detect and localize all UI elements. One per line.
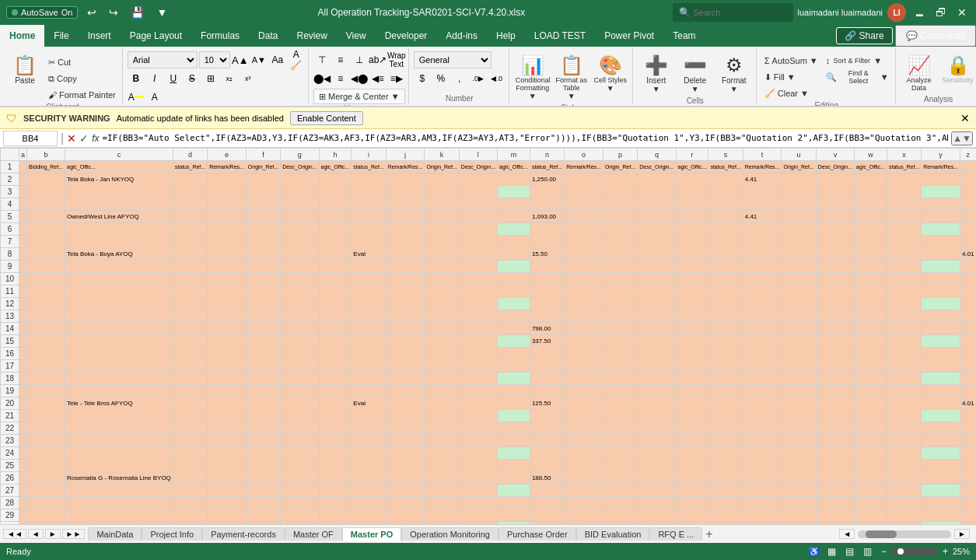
cell-21-20[interactable]	[782, 410, 816, 422]
cell-1k[interactable]: Origin_Ref...	[425, 161, 459, 173]
cell-1b[interactable]: Bidding_Ref...	[27, 161, 65, 173]
cell-11-6[interactable]	[281, 285, 319, 298]
cell-11-25[interactable]	[960, 285, 976, 298]
cell-21-5[interactable]	[246, 410, 280, 422]
cell-29-22[interactable]	[855, 509, 887, 522]
cell-1i[interactable]: status_Ref...	[352, 161, 386, 173]
cell-28-3[interactable]	[173, 497, 207, 509]
cell-19-7[interactable]	[319, 385, 352, 397]
cell-5-1[interactable]	[27, 211, 65, 223]
cell-29-9[interactable]	[386, 509, 425, 522]
cell-12-10[interactable]	[425, 298, 459, 310]
cell-20-21[interactable]	[816, 397, 854, 410]
cell-5-12[interactable]	[498, 211, 530, 223]
cell-8-17[interactable]	[676, 248, 708, 261]
cell-2-20[interactable]	[782, 173, 816, 186]
cell-12-9[interactable]	[386, 298, 425, 310]
cell-15-7[interactable]	[319, 335, 352, 348]
cell-5-10[interactable]	[425, 211, 459, 223]
cell-2-4[interactable]	[208, 173, 247, 186]
cell-19-17[interactable]	[676, 385, 708, 397]
cell-17-13[interactable]	[530, 360, 564, 373]
cell-8-19[interactable]	[743, 248, 782, 261]
cell-25-22[interactable]	[855, 460, 887, 472]
cell-19-24[interactable]	[922, 385, 960, 397]
cell-14-9[interactable]	[386, 323, 425, 335]
fill-button[interactable]: ⬇ Fill ▼	[761, 69, 821, 85]
cell-17-24[interactable]	[922, 360, 960, 373]
cell-8-6[interactable]	[281, 248, 319, 261]
cell-9-15[interactable]	[603, 261, 637, 273]
formula-cancel-button[interactable]: ✕	[67, 132, 76, 145]
cell-18-4[interactable]	[208, 373, 247, 385]
cell-27-3[interactable]	[173, 485, 207, 497]
cell-4-22[interactable]	[855, 198, 887, 211]
cell-27-11[interactable]	[459, 485, 497, 497]
cell-23-15[interactable]	[603, 435, 637, 447]
cell-13-25[interactable]	[960, 310, 976, 323]
cell-5-25[interactable]	[960, 211, 976, 223]
cell-16-12[interactable]	[498, 348, 530, 360]
cell-9-9[interactable]	[386, 261, 425, 273]
cell-15-16[interactable]	[638, 335, 676, 348]
increase-decimal-button[interactable]: .0▶	[470, 70, 487, 87]
cell-28-8[interactable]	[352, 497, 386, 509]
col-header-u[interactable]: u	[782, 149, 816, 161]
cell-5-4[interactable]	[208, 211, 247, 223]
cell-15-25[interactable]	[960, 335, 976, 348]
cell-18-7[interactable]	[319, 373, 352, 385]
wrap-text-button[interactable]: Wrap Text	[388, 51, 405, 68]
cell-19-9[interactable]	[386, 385, 425, 397]
cell-30-3[interactable]	[173, 522, 207, 525]
cell-10-20[interactable]	[782, 273, 816, 285]
tab-payment-records[interactable]: Payment-records	[202, 527, 285, 541]
cell-2-12[interactable]	[498, 173, 530, 186]
cell-28-11[interactable]	[459, 497, 497, 509]
cell-21-9[interactable]	[386, 410, 425, 422]
cell-12-4[interactable]	[208, 298, 247, 310]
cell-4-7[interactable]	[319, 198, 352, 211]
cell-20-6[interactable]	[281, 397, 319, 410]
cell-26-25[interactable]	[960, 472, 976, 485]
cell-29-13[interactable]	[530, 509, 564, 522]
cell-13-4[interactable]	[208, 310, 247, 323]
cell-23-21[interactable]	[816, 435, 854, 447]
cell-16-18[interactable]	[708, 348, 743, 360]
tab-developer[interactable]: Developer	[376, 25, 437, 47]
cell-26-18[interactable]	[708, 472, 743, 485]
col-header-l[interactable]: l	[459, 149, 497, 161]
cell-4-6[interactable]	[281, 198, 319, 211]
analyze-data-button[interactable]: 📈 Analyze Data	[901, 51, 938, 95]
cell-20-13[interactable]: 125.50	[530, 397, 564, 410]
col-header-y[interactable]: y	[922, 149, 960, 161]
cell-19-19[interactable]	[743, 385, 782, 397]
cell-20-2[interactable]: Tele - Tele Bros AFYOQ	[65, 397, 173, 410]
cell-2-1[interactable]	[27, 173, 65, 186]
align-top-button[interactable]: ⊤	[313, 51, 331, 68]
cell-6-0[interactable]	[19, 223, 27, 236]
cell-7-0[interactable]	[19, 236, 27, 248]
cell-28-18[interactable]	[708, 497, 743, 509]
cell-22-7[interactable]	[319, 422, 352, 435]
cell-11-20[interactable]	[782, 285, 816, 298]
cell-6-5[interactable]	[246, 223, 280, 236]
cell-27-4[interactable]	[208, 485, 247, 497]
cell-15-22[interactable]	[855, 335, 887, 348]
scroll-tabs-next-button[interactable]: ►	[45, 529, 61, 539]
cell-11-22[interactable]	[855, 285, 887, 298]
cell-2-14[interactable]	[565, 173, 603, 186]
cell-27-18[interactable]	[708, 485, 743, 497]
cell-21-25[interactable]	[960, 410, 976, 422]
cell-26-19[interactable]	[743, 472, 782, 485]
cell-23-16[interactable]	[638, 435, 676, 447]
cell-29-2[interactable]	[65, 509, 173, 522]
cell-18-8[interactable]	[352, 373, 386, 385]
bold-button[interactable]: B	[128, 70, 145, 87]
cell-12-6[interactable]	[281, 298, 319, 310]
cell-21-0[interactable]	[19, 410, 27, 422]
cell-7-18[interactable]	[708, 236, 743, 248]
cell-19-2[interactable]	[65, 385, 173, 397]
cell-30-7[interactable]	[319, 522, 352, 525]
cell-18-5[interactable]	[246, 373, 280, 385]
cell-6-23[interactable]	[887, 223, 921, 236]
